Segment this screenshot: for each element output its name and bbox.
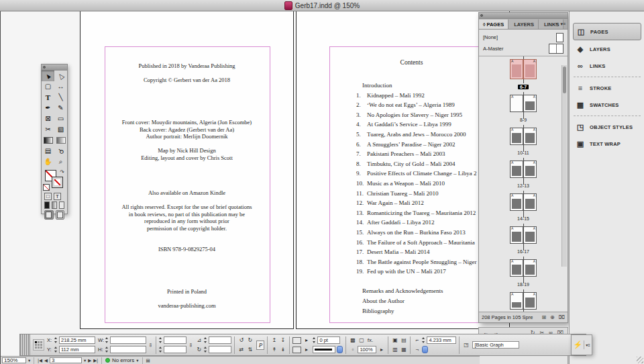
spread-item[interactable]: 12-13 [500, 161, 547, 190]
flip-vertical-icon[interactable]: ⇅ [246, 346, 254, 353]
stroke-style-stepper[interactable] [337, 346, 343, 353]
hand-tool[interactable]: ✋ [42, 156, 54, 167]
y-position-field[interactable]: 112 mm [59, 346, 95, 353]
pen-tool[interactable]: ✒ [42, 103, 54, 113]
next-page-icon[interactable]: ▶ [88, 358, 91, 363]
formatting-affects-container-icon[interactable]: □ [44, 193, 52, 200]
apply-gradient-button[interactable] [52, 201, 57, 209]
dock-item-pages[interactable]: ◫PAGES [573, 23, 641, 40]
stroke-weight-field[interactable]: 0 pt [317, 336, 340, 344]
pages-scrollbar[interactable] [561, 65, 567, 267]
stroke-style-dropdown[interactable] [313, 346, 335, 353]
zoom-tool[interactable]: ⌕ [54, 156, 67, 167]
window-resize-grip[interactable] [637, 357, 643, 363]
line-tool[interactable]: ╲ [54, 92, 67, 103]
dock-item-stroke[interactable]: ≡STROKE [573, 80, 641, 96]
new-page-icon[interactable]: ⊕ [550, 314, 555, 320]
scale-y-field[interactable] [164, 346, 186, 353]
stroke-swatch-none[interactable] [52, 177, 63, 188]
no-text-wrap-icon[interactable]: ▣ [391, 336, 398, 344]
drop-shadow-icon[interactable]: ▩ [349, 336, 356, 344]
width-field[interactable] [110, 336, 146, 344]
zoom-menu-icon[interactable]: ▾ [28, 358, 30, 363]
page-copyright[interactable]: Published in 2018 by Vanderaa Publishing… [80, 11, 294, 329]
copyright-text-frame[interactable]: Published in 2018 by Vanderaa Publishing… [80, 48, 293, 310]
frame-tool[interactable]: ⊠ [42, 113, 54, 124]
rotation-stepper[interactable] [204, 347, 207, 353]
rotate-cw-icon[interactable]: ↻ [246, 336, 254, 344]
spread-item[interactable]: 20-21 [500, 292, 547, 312]
spread-item[interactable]: 18-19 [500, 259, 547, 289]
dock-item-object-styles[interactable]: ◳OBJECT STYLES [573, 119, 641, 135]
stroke-swatch-menu-icon[interactable]: ▸ [303, 336, 310, 344]
corner-radius-field[interactable]: 4.233 mm [427, 336, 456, 344]
dock-item-text-wrap[interactable]: ▣TEXT WRAP [573, 136, 641, 152]
flip-horizontal-icon[interactable]: ⇄ [237, 346, 245, 353]
panel-close-icon[interactable] [480, 14, 483, 17]
panel-drag-handle[interactable] [20, 334, 30, 355]
width-stepper[interactable] [105, 337, 109, 343]
tools-panel-header[interactable] [42, 64, 67, 71]
constrain-scale-icon[interactable]: ∞ [188, 343, 194, 347]
corner-shape-stepper[interactable] [422, 346, 428, 353]
pages-panel-header[interactable] [479, 13, 568, 19]
window-titlebar[interactable]: Gerb17.indd @ 150% [0, 0, 644, 11]
spread-item[interactable]: 8-9 [500, 95, 547, 124]
scrollbar-thumb[interactable] [563, 66, 566, 93]
preflight-menu-icon[interactable]: ▾ [136, 358, 138, 363]
panel-close-icon[interactable] [43, 66, 46, 69]
panel-tab[interactable]: LAYERS [508, 19, 539, 29]
y-stepper[interactable] [54, 347, 58, 353]
constrain-dimensions-icon[interactable]: ∞ [148, 343, 154, 347]
dock-item-swatches[interactable]: ▦SWATCHES [573, 97, 641, 113]
first-page-icon[interactable]: |◀ [38, 358, 42, 363]
spread-item[interactable]: 6-7 [500, 59, 547, 91]
rectangle-tool[interactable]: ▭ [54, 113, 67, 124]
normal-view-mode-button[interactable] [44, 210, 54, 220]
page-menu-icon[interactable]: ▾ [84, 358, 86, 363]
jump-object-icon[interactable]: ▦ [400, 346, 407, 353]
fill-color-swatch[interactable] [292, 347, 301, 353]
scale-y-stepper[interactable] [159, 347, 162, 353]
dock-item-links[interactable]: ∞LINKS [573, 58, 641, 74]
formatting-affects-text-icon[interactable]: T [54, 193, 61, 200]
select-content-icon[interactable]: ↧ [279, 336, 286, 344]
last-page-icon[interactable]: ▶| [93, 358, 98, 363]
x-stepper[interactable] [54, 337, 58, 343]
scale-x-field[interactable] [164, 336, 186, 344]
page-tool[interactable]: ▢ [42, 81, 54, 92]
type-tool[interactable]: T [42, 92, 54, 103]
opacity-icon[interactable]: ▫ [349, 346, 356, 353]
fill-swatch-menu-icon[interactable]: ▸ [303, 346, 310, 353]
selection-tool[interactable]: ▲ [42, 71, 54, 81]
reference-point-proxy[interactable] [33, 339, 44, 351]
panel-tab[interactable]: ◊PAGES [479, 19, 508, 29]
preflight-panel-icon[interactable]: ▤ [146, 358, 150, 363]
shear-stepper[interactable] [204, 337, 207, 343]
collapse-panel-icon[interactable]: » [555, 21, 557, 27]
apply-color-button[interactable] [44, 201, 50, 209]
scale-x-stepper[interactable] [159, 337, 162, 343]
dock-item-layers[interactable]: ◈LAYERS [573, 41, 641, 57]
stroke-weight-stepper[interactable] [313, 337, 316, 343]
panel-menu-icon[interactable]: ▾≡ [560, 21, 566, 27]
preview-mode-button[interactable] [56, 210, 65, 220]
shear-field[interactable] [209, 336, 231, 344]
default-fill-stroke-icon[interactable] [43, 184, 50, 191]
pencil-tool[interactable]: ✎ [54, 103, 67, 113]
swap-fill-stroke-icon[interactable]: ↷ [60, 169, 64, 175]
quick-apply-icon[interactable]: ⚡ [572, 340, 584, 349]
object-style-dropdown[interactable]: [Basic Graph [472, 341, 519, 349]
master-none[interactable]: [None] [482, 32, 565, 43]
gap-tool[interactable]: ↔ [54, 81, 67, 92]
effects-menu-icon[interactable]: fx. [366, 336, 374, 344]
transparency-icon[interactable]: ▢ [358, 336, 365, 344]
gradient-swatch-tool[interactable] [42, 135, 54, 146]
opacity-menu-icon[interactable]: ▸ [378, 346, 385, 353]
select-previous-object-icon[interactable]: ↟ [270, 346, 278, 353]
delete-page-icon[interactable]: ⌧ [559, 314, 565, 320]
rotation-field[interactable] [209, 346, 231, 353]
select-container-icon[interactable]: ↥ [270, 336, 278, 344]
spread-item[interactable]: 14-15 [500, 193, 547, 223]
note-tool[interactable]: ▤ [42, 146, 54, 156]
